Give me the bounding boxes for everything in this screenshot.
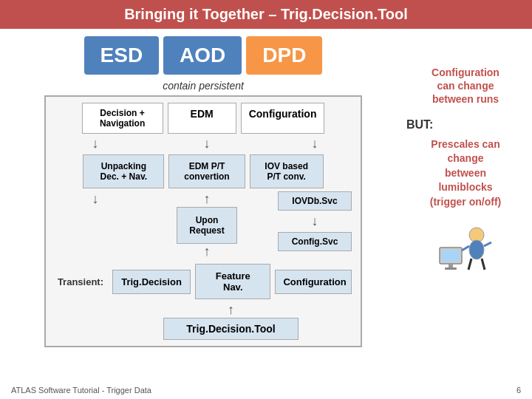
but-text: BUT:	[406, 118, 525, 132]
config-transient-box: Configuration	[275, 270, 352, 294]
transient-row: Transient: Trig.Decision Feature Nav. Co…	[55, 264, 352, 299]
featurenav-box: Feature Nav.	[195, 264, 270, 299]
esd-box: ESD	[84, 36, 160, 75]
svc-col: IOVDb.Svc ↓ Config.Svc	[278, 191, 352, 251]
arrow1: ↓	[55, 136, 136, 151]
svg-point-1	[469, 240, 484, 259]
edm-box: EDM	[168, 103, 236, 134]
upon-request-box: Upon Request	[177, 207, 236, 244]
person-icon	[406, 222, 525, 290]
second-row: Unpacking Dec. + Nav. EDM P/T convertion…	[55, 154, 352, 188]
bottom-col: ↑ Trig.Decision.Tool	[163, 302, 298, 340]
dpd-box: DPD	[246, 36, 322, 75]
svg-line-5	[484, 242, 491, 246]
footer-right: 6	[516, 386, 521, 395]
diagram-border: Decision + Navigation EDM Configuration …	[44, 95, 362, 347]
unpacking-arrow-col: ↓	[55, 191, 136, 207]
svg-rect-9	[445, 267, 457, 270]
person-svg	[436, 222, 495, 281]
svg-line-3	[482, 259, 485, 270]
trigdecision-box: Trig.Decision	[112, 270, 191, 294]
config-change-text: Configuration can change between runs	[406, 66, 525, 106]
svg-line-2	[468, 259, 471, 270]
arrow3: ↓	[278, 136, 352, 151]
persistent-row: Decision + Navigation EDM Configuration	[55, 103, 352, 134]
slide: Bringing it Together – Trig.Decision.Too…	[0, 0, 532, 399]
header-title: Bringing it Together – Trig.Decision.Too…	[124, 6, 408, 22]
iovdbsvc-box: IOVDb.Svc	[278, 191, 352, 211]
footer-left: ATLAS Software Tutorial - Trigger Data	[11, 386, 151, 395]
upon-request-col: ↑ Upon Request ↑	[140, 191, 273, 259]
diagram-area: ESD AOD DPD contain persistent Decision …	[7, 36, 399, 347]
aod-box: AOD	[163, 36, 242, 75]
third-row: ↓ ↑ Upon Request ↑ IOVDb.Svc ↓ Config.Sv…	[55, 191, 352, 259]
configuration-box: Configuration	[241, 103, 325, 134]
main-content: ESD AOD DPD contain persistent Decision …	[0, 29, 532, 347]
svg-rect-7	[442, 250, 460, 262]
edm-pt-box: EDM P/T convertion	[168, 154, 245, 188]
svg-rect-8	[449, 264, 453, 267]
bottom-row: ↑ Trig.Decision.Tool	[55, 302, 352, 340]
configsvc-box: Config.Svc	[278, 232, 352, 251]
arrow-row-1: ↓ ↓ ↓	[55, 136, 352, 151]
prescales-text: Prescales can change between lumiblocks …	[406, 137, 525, 210]
transient-label: Transient:	[55, 276, 108, 287]
slide-header: Bringing it Together – Trig.Decision.Too…	[0, 0, 532, 29]
unpacking-box: Unpacking Dec. + Nav.	[83, 154, 164, 188]
featurenav-col: Feature Nav.	[195, 264, 270, 299]
top-boxes-row: ESD AOD DPD	[84, 36, 323, 75]
footer: ATLAS Software Tutorial - Trigger Data 6	[0, 386, 532, 395]
contain-persistent-label: contain persistent	[163, 80, 244, 92]
decision-navigation-box: Decision + Navigation	[82, 103, 163, 134]
trigdecisiontool-box: Trig.Decision.Tool	[163, 318, 298, 340]
arrow2: ↓	[140, 136, 273, 151]
iov-based-box: IOV based P/T conv.	[250, 154, 324, 188]
right-panel: Configuration can change between runs BU…	[406, 36, 525, 347]
